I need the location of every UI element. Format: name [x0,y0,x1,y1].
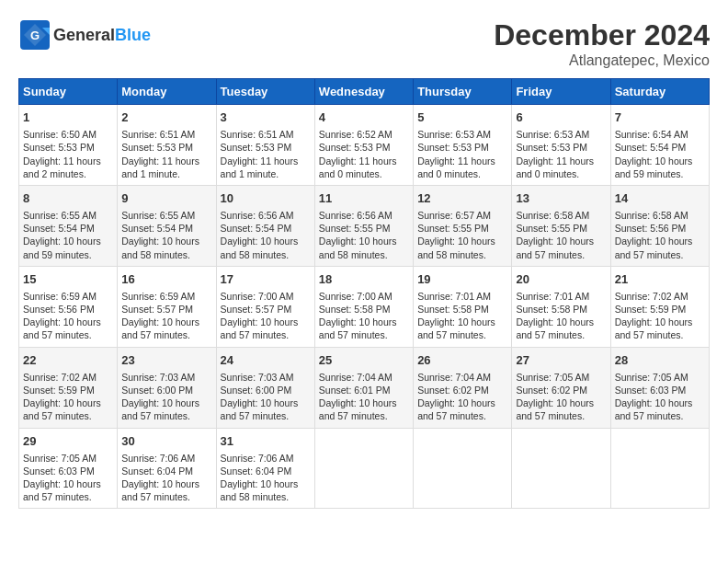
day-number: 14 [615,190,705,207]
day-cell: 5Sunrise: 6:53 AMSunset: 5:53 PMDaylight… [414,105,512,186]
day-cell: 9Sunrise: 6:55 AMSunset: 5:54 PMDaylight… [118,185,216,266]
calendar-table: SundayMondayTuesdayWednesdayThursdayFrid… [18,78,710,509]
day-details: Sunrise: 7:04 AMSunset: 6:02 PMDaylight:… [417,371,507,423]
logo-text: GeneralBlue [53,26,151,45]
header-row: SundayMondayTuesdayWednesdayThursdayFrid… [19,79,710,105]
week-row-3: 15Sunrise: 6:59 AMSunset: 5:56 PMDayligh… [19,266,710,347]
day-cell: 26Sunrise: 7:04 AMSunset: 6:02 PMDayligh… [414,347,512,428]
day-details: Sunrise: 6:56 AMSunset: 5:54 PMDaylight:… [221,209,311,261]
day-number: 23 [121,352,211,369]
col-header-thursday: Thursday [414,79,512,105]
day-number: 16 [121,271,211,288]
day-number: 18 [319,271,409,288]
day-cell: 2Sunrise: 6:51 AMSunset: 5:53 PMDaylight… [118,105,216,186]
day-details: Sunrise: 7:05 AMSunset: 6:03 PMDaylight:… [23,452,113,504]
day-number: 24 [221,352,311,369]
day-cell: 22Sunrise: 7:02 AMSunset: 5:59 PMDayligh… [19,347,118,428]
col-header-saturday: Saturday [610,79,709,105]
day-number: 25 [319,352,409,369]
day-number: 30 [121,433,211,450]
day-number: 12 [417,190,507,207]
logo-icon: G [18,18,51,52]
week-row-1: 1Sunrise: 6:50 AMSunset: 5:53 PMDaylight… [19,105,710,186]
day-cell: 12Sunrise: 6:57 AMSunset: 5:55 PMDayligh… [414,185,512,266]
page-subtitle: Atlangatepec, Mexico [494,52,710,69]
day-number: 21 [615,271,705,288]
day-number: 5 [417,109,507,126]
svg-text:G: G [30,29,40,42]
day-cell: 6Sunrise: 6:53 AMSunset: 5:53 PMDaylight… [512,105,610,186]
day-details: Sunrise: 6:55 AMSunset: 5:54 PMDaylight:… [23,209,113,261]
day-cell: 11Sunrise: 6:56 AMSunset: 5:55 PMDayligh… [314,185,413,266]
day-cell: 21Sunrise: 7:02 AMSunset: 5:59 PMDayligh… [610,266,709,347]
day-details: Sunrise: 6:57 AMSunset: 5:55 PMDaylight:… [417,209,507,261]
day-details: Sunrise: 7:06 AMSunset: 6:04 PMDaylight:… [121,452,211,504]
day-cell: 7Sunrise: 6:54 AMSunset: 5:54 PMDaylight… [610,105,709,186]
day-details: Sunrise: 6:58 AMSunset: 5:55 PMDaylight:… [516,209,606,261]
day-cell: 17Sunrise: 7:00 AMSunset: 5:57 PMDayligh… [216,266,314,347]
day-details: Sunrise: 6:59 AMSunset: 5:57 PMDaylight:… [121,290,211,342]
week-row-5: 29Sunrise: 7:05 AMSunset: 6:03 PMDayligh… [19,428,710,509]
day-details: Sunrise: 7:05 AMSunset: 6:02 PMDaylight:… [516,371,606,423]
day-cell: 31Sunrise: 7:06 AMSunset: 6:04 PMDayligh… [216,428,314,509]
day-details: Sunrise: 6:55 AMSunset: 5:54 PMDaylight:… [121,209,211,261]
col-header-friday: Friday [512,79,610,105]
col-header-sunday: Sunday [19,79,118,105]
day-cell: 1Sunrise: 6:50 AMSunset: 5:53 PMDaylight… [19,105,118,186]
day-details: Sunrise: 6:58 AMSunset: 5:56 PMDaylight:… [615,209,705,261]
day-cell: 19Sunrise: 7:01 AMSunset: 5:58 PMDayligh… [414,266,512,347]
day-cell: 27Sunrise: 7:05 AMSunset: 6:02 PMDayligh… [512,347,610,428]
day-number: 26 [417,352,507,369]
day-cell: 28Sunrise: 7:05 AMSunset: 6:03 PMDayligh… [610,347,709,428]
day-number: 13 [516,190,606,207]
day-details: Sunrise: 7:02 AMSunset: 5:59 PMDaylight:… [615,290,705,342]
col-header-tuesday: Tuesday [216,79,314,105]
day-details: Sunrise: 6:52 AMSunset: 5:53 PMDaylight:… [319,128,409,180]
day-number: 9 [121,190,211,207]
day-number: 22 [23,352,113,369]
page-title: December 2024 [494,18,710,52]
title-block: December 2024 Atlangatepec, Mexico [494,18,710,69]
day-number: 28 [615,352,705,369]
page-header: G GeneralBlue December 2024 Atlangatepec… [18,18,710,69]
day-number: 7 [615,109,705,126]
day-details: Sunrise: 7:00 AMSunset: 5:57 PMDaylight:… [221,290,311,342]
day-number: 29 [23,433,113,450]
day-cell [414,428,512,509]
day-number: 6 [516,109,606,126]
col-header-monday: Monday [118,79,216,105]
day-details: Sunrise: 6:59 AMSunset: 5:56 PMDaylight:… [23,290,113,342]
day-cell: 29Sunrise: 7:05 AMSunset: 6:03 PMDayligh… [19,428,118,509]
day-details: Sunrise: 7:02 AMSunset: 5:59 PMDaylight:… [23,371,113,423]
day-details: Sunrise: 7:03 AMSunset: 6:00 PMDaylight:… [221,371,311,423]
day-details: Sunrise: 6:51 AMSunset: 5:53 PMDaylight:… [121,128,211,180]
day-number: 27 [516,352,606,369]
day-details: Sunrise: 7:00 AMSunset: 5:58 PMDaylight:… [319,290,409,342]
day-cell: 30Sunrise: 7:06 AMSunset: 6:04 PMDayligh… [118,428,216,509]
day-number: 11 [319,190,409,207]
day-cell: 10Sunrise: 6:56 AMSunset: 5:54 PMDayligh… [216,185,314,266]
week-row-2: 8Sunrise: 6:55 AMSunset: 5:54 PMDaylight… [19,185,710,266]
day-details: Sunrise: 6:54 AMSunset: 5:54 PMDaylight:… [615,128,705,180]
day-details: Sunrise: 7:06 AMSunset: 6:04 PMDaylight:… [221,452,311,504]
day-details: Sunrise: 6:50 AMSunset: 5:53 PMDaylight:… [23,128,113,180]
day-number: 1 [23,109,113,126]
day-number: 20 [516,271,606,288]
day-cell: 24Sunrise: 7:03 AMSunset: 6:00 PMDayligh… [216,347,314,428]
day-details: Sunrise: 6:53 AMSunset: 5:53 PMDaylight:… [516,128,606,180]
day-details: Sunrise: 6:53 AMSunset: 5:53 PMDaylight:… [417,128,507,180]
day-details: Sunrise: 6:51 AMSunset: 5:53 PMDaylight:… [221,128,311,180]
day-cell: 20Sunrise: 7:01 AMSunset: 5:58 PMDayligh… [512,266,610,347]
day-number: 15 [23,271,113,288]
day-cell: 4Sunrise: 6:52 AMSunset: 5:53 PMDaylight… [314,105,413,186]
day-details: Sunrise: 6:56 AMSunset: 5:55 PMDaylight:… [319,209,409,261]
day-details: Sunrise: 7:05 AMSunset: 6:03 PMDaylight:… [615,371,705,423]
day-number: 3 [221,109,311,126]
day-number: 10 [221,190,311,207]
day-cell: 14Sunrise: 6:58 AMSunset: 5:56 PMDayligh… [610,185,709,266]
day-number: 4 [319,109,409,126]
day-number: 2 [121,109,211,126]
day-cell [512,428,610,509]
day-cell: 18Sunrise: 7:00 AMSunset: 5:58 PMDayligh… [314,266,413,347]
day-cell: 23Sunrise: 7:03 AMSunset: 6:00 PMDayligh… [118,347,216,428]
